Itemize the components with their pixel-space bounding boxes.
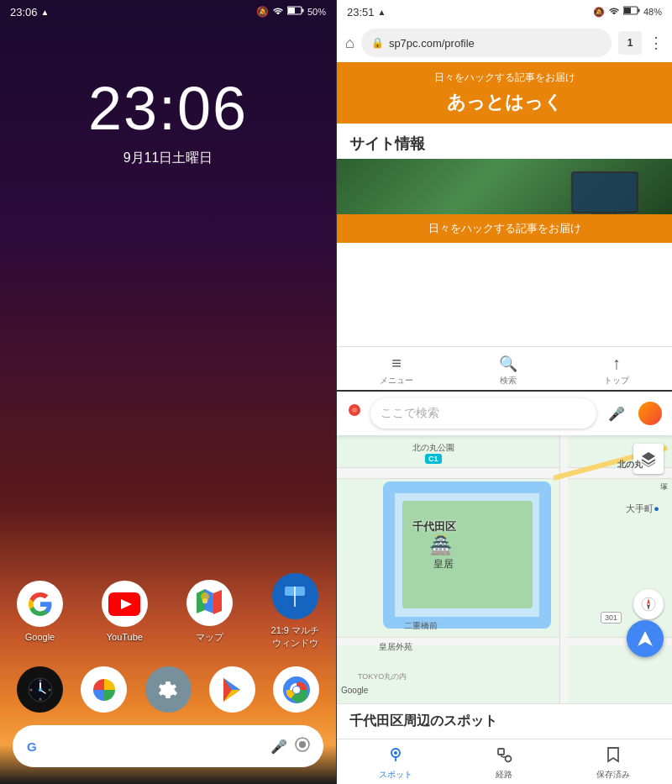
browser-content: 日々をハックする記事をお届け あっとはっく サイト情報 日々をハックする記事をお… xyxy=(337,62,672,346)
svg-rect-2 xyxy=(288,8,295,13)
google-label: Google xyxy=(25,632,55,642)
maps-nearby-title: 千代田区周辺のスポット xyxy=(349,713,659,730)
map-compass-button[interactable] xyxy=(633,589,664,619)
voice-search-icon[interactable]: 🎤 xyxy=(270,739,287,755)
svg-point-44 xyxy=(394,751,397,755)
search-icon: 🔍 xyxy=(499,355,517,373)
left-status-right: 🔕 50% xyxy=(256,6,326,18)
svg-point-28 xyxy=(299,741,306,748)
site-banner: 日々をハックする記事をお届け あっとはっく xyxy=(337,62,672,124)
top-icon: ↑ xyxy=(612,354,621,373)
address-bar-row: ⌂ 🔒 sp7pc.com/profile 1 ⋮ xyxy=(337,24,672,62)
site-preview-image: 日々をハックする記事をお届け xyxy=(337,159,672,243)
svg-rect-33 xyxy=(573,173,637,212)
lock-screen: 23:06 ▲ 🔕 50% 23:06 9月11日土曜日 xyxy=(0,0,336,784)
browser-section: 23:51 ▲ 🔕 48% ⌂ 🔒 sp7pc.com/profile xyxy=(337,0,672,392)
photos-icon xyxy=(81,666,127,713)
battery-icon xyxy=(287,6,304,18)
map-background: 北の丸公園 C1 千代田区 🏯 皇居 大手町● 二重橋前 皇居外苑 301 TO… xyxy=(337,435,672,703)
map-navigation-button[interactable] xyxy=(627,620,664,657)
tsukasa-label: 塚 xyxy=(660,481,668,492)
svg-text:G: G xyxy=(27,739,37,754)
left-time: 23:06 xyxy=(10,6,38,18)
battery-text: 50% xyxy=(307,7,326,17)
301-badge: 301 xyxy=(601,612,622,624)
browser-nav-search[interactable]: 🔍 検索 xyxy=(499,355,517,387)
lens-icon[interactable] xyxy=(294,736,311,756)
maps-nav-saved[interactable]: 保存済み xyxy=(596,746,630,781)
settings-icon xyxy=(145,666,192,713)
right-mute-icon: 🔕 xyxy=(593,7,605,18)
nijubashi-label: 二重橋前 xyxy=(404,620,438,632)
right-battery-icon xyxy=(623,6,640,18)
maps-bottom-sheet: 千代田区周辺のスポット xyxy=(337,703,672,739)
right-panel: 23:51 ▲ 🔕 48% ⌂ 🔒 sp7pc.com/profile xyxy=(336,0,672,784)
svg-rect-1 xyxy=(302,9,303,13)
google-maps-logo: Google xyxy=(341,684,383,699)
more-options-icon[interactable]: ⋮ xyxy=(648,34,664,52)
search-bar[interactable]: G 🎤 xyxy=(13,725,323,767)
left-status-left: 23:06 ▲ xyxy=(10,6,49,18)
right-status-right: 🔕 48% xyxy=(593,6,662,18)
saved-icon xyxy=(605,746,622,767)
maps-nav-spots[interactable]: スポット xyxy=(379,746,412,781)
maps-mic-button[interactable]: 🎤 xyxy=(603,400,630,427)
otemachi-label: 大手町● xyxy=(626,502,659,515)
playstore-app[interactable] xyxy=(209,666,255,713)
settings-app[interactable] xyxy=(145,666,192,713)
spots-label: スポット xyxy=(379,769,412,781)
imperial-palace-ground xyxy=(402,501,533,608)
svg-point-14 xyxy=(48,688,50,691)
maps-profile-avatar[interactable] xyxy=(637,400,664,427)
search-label: 検索 xyxy=(500,375,517,387)
home-icon[interactable]: ⌂ xyxy=(345,34,354,52)
svg-text:Google: Google xyxy=(341,686,369,695)
clock-icon xyxy=(17,666,63,713)
kokyo-label: 皇居 xyxy=(433,557,454,571)
maps-nav-route[interactable]: 経路 xyxy=(496,746,512,781)
left-status-bar: 23:06 ▲ 🔕 50% xyxy=(0,0,336,24)
site-info-heading: サイト情報 xyxy=(337,124,672,159)
multiwindow-app[interactable]: 21:9 マルチ ウィンドウ xyxy=(271,573,319,650)
clock-app[interactable] xyxy=(17,666,63,713)
preview-overlay: 日々をハックする記事をお届け xyxy=(337,214,672,243)
svg-marker-42 xyxy=(638,631,653,646)
chrome-app[interactable] xyxy=(273,666,319,713)
svg-point-11 xyxy=(39,679,41,681)
playstore-icon xyxy=(209,666,255,713)
svg-rect-30 xyxy=(638,9,639,13)
youtube-icon xyxy=(102,581,148,627)
c1-badge: C1 xyxy=(425,454,442,464)
browser-nav-top[interactable]: ↑ トップ xyxy=(604,354,629,387)
kitanomaru-label: 北の丸公園 xyxy=(412,442,454,454)
youtube-app[interactable]: YouTube xyxy=(102,581,148,642)
lock-time: 23:06 xyxy=(0,74,336,143)
maps-section: ここで検索 🎤 北の丸公園 C1 xyxy=(337,392,672,784)
lock-icon: 🔒 xyxy=(371,37,384,49)
maps-logo xyxy=(345,403,364,424)
youtube-label: YouTube xyxy=(107,632,143,642)
photos-app[interactable] xyxy=(81,666,127,713)
app-grid-row2 xyxy=(0,666,336,713)
spots-icon xyxy=(387,746,404,767)
browser-nav-menu[interactable]: ≡ メニュー xyxy=(380,354,413,387)
right-status-left: 23:51 ▲ xyxy=(347,6,386,18)
google-app[interactable]: Google xyxy=(17,581,63,642)
map-view[interactable]: 北の丸公園 C1 千代田区 🏯 皇居 大手町● 二重橋前 皇居外苑 301 TO… xyxy=(337,435,672,703)
svg-point-17 xyxy=(39,688,42,692)
multiwindow-icon xyxy=(272,573,318,619)
app-grid-row1: Google YouTube xyxy=(0,573,336,650)
right-alert-icon: ▲ xyxy=(378,8,386,17)
north-label: 北の丸 xyxy=(617,459,643,471)
chiyoda-label: 千代田区 xyxy=(412,519,456,534)
maps-icon xyxy=(186,580,233,626)
palace-icon: 🏯 xyxy=(429,534,452,556)
chrome-icon xyxy=(273,666,319,713)
svg-rect-31 xyxy=(624,8,631,13)
tab-count-badge[interactable]: 1 xyxy=(618,31,642,55)
maps-app[interactable]: マップ xyxy=(186,580,233,644)
address-bar[interactable]: 🔒 sp7pc.com/profile xyxy=(361,29,612,57)
svg-point-12 xyxy=(39,697,41,700)
maps-search-input[interactable]: ここで検索 xyxy=(370,398,596,429)
gaien-label: 皇居外苑 xyxy=(379,641,412,653)
